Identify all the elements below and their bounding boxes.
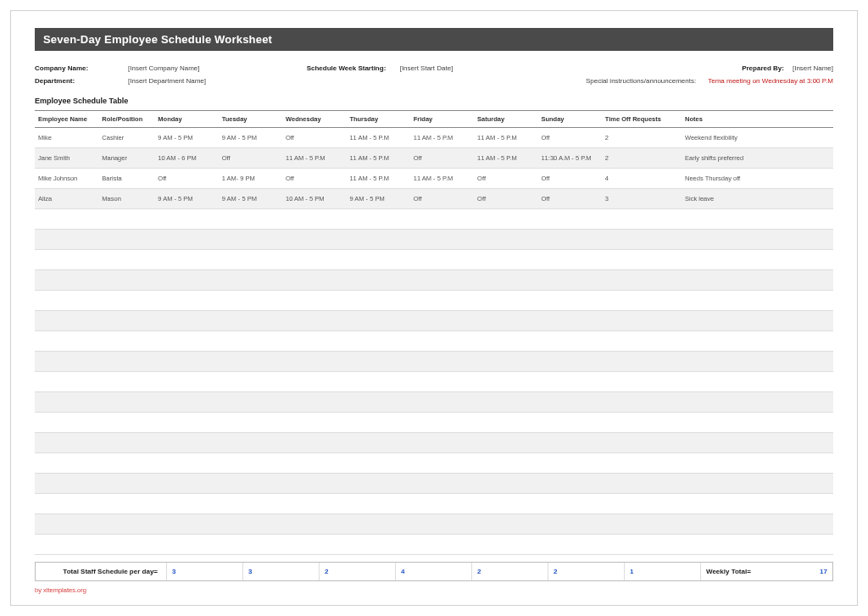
table-cell: [154, 230, 218, 250]
table-cell: [410, 230, 474, 250]
field-prepared: Prepared By: [Insert Name]: [699, 64, 833, 72]
table-cell: Off: [537, 169, 601, 189]
table-cell: [282, 270, 346, 291]
table-cell: Off: [410, 189, 474, 209]
table-cell: [602, 514, 682, 535]
table-cell: [602, 291, 682, 311]
col-header: Thursday: [346, 111, 409, 128]
field-company: Company Name: [Insert Company Name]: [35, 64, 290, 72]
table-cell: [682, 392, 833, 413]
col-header: Wednesday: [282, 111, 346, 128]
table-cell: [682, 352, 833, 372]
table-cell: [98, 230, 154, 250]
table-cell: [346, 250, 409, 270]
table-cell: [346, 331, 409, 352]
table-cell: [35, 311, 98, 331]
table-cell: [35, 474, 98, 494]
table-cell: [219, 311, 282, 331]
table-row: [35, 311, 833, 331]
totals-sat: 2: [548, 563, 625, 580]
table-cell: Off: [474, 189, 537, 209]
table-cell: [537, 311, 601, 331]
table-cell: [35, 372, 98, 392]
table-cell: [682, 433, 833, 453]
weekly-total: Weekly Total= 17: [701, 563, 832, 580]
announce-value: Tema meeting on Wednesday at 3:00 P.M: [708, 77, 833, 85]
table-cell: [410, 331, 474, 352]
table-cell: [346, 535, 409, 555]
table-cell: [602, 209, 682, 230]
table-row: [35, 535, 833, 555]
totals-label: Total Staff Schedule per day=: [36, 563, 167, 580]
table-cell: [98, 331, 154, 352]
table-cell: [537, 433, 601, 453]
table-cell: [682, 453, 833, 474]
table-cell: [474, 514, 537, 535]
table-cell: [602, 352, 682, 372]
table-cell: Needs Thursday off: [682, 169, 833, 189]
table-cell: 10 AM - 6 PM: [154, 148, 218, 169]
table-cell: Aliza: [35, 189, 98, 209]
table-cell: [282, 230, 346, 250]
table-cell: [35, 453, 98, 474]
table-cell: [282, 514, 346, 535]
table-cell: [410, 372, 474, 392]
table-cell: [282, 535, 346, 555]
table-cell: [682, 535, 833, 555]
table-cell: [219, 331, 282, 352]
table-cell: [154, 291, 218, 311]
table-cell: [98, 474, 154, 494]
table-cell: [282, 392, 346, 413]
table-cell: [537, 514, 601, 535]
table-cell: [474, 352, 537, 372]
table-cell: [282, 433, 346, 453]
totals-fri: 2: [472, 563, 548, 580]
col-header: Employee Name: [35, 111, 98, 128]
table-cell: [346, 352, 409, 372]
table-cell: 1 AM- 9 PM: [219, 169, 282, 189]
dept-value: [Insert Department Name]: [128, 77, 206, 85]
field-week: Schedule Week Starting: [Insert Start Da…: [307, 64, 562, 72]
table-cell: Off: [537, 128, 601, 148]
table-cell: [474, 209, 537, 230]
credit-line: by xltemplates.org: [35, 586, 833, 594]
table-cell: [410, 209, 474, 230]
document-frame: Seven-Day Employee Schedule Worksheet Co…: [10, 10, 858, 606]
table-cell: Barista: [98, 169, 154, 189]
table-cell: [219, 392, 282, 413]
table-cell: [154, 331, 218, 352]
dept-label: Department:: [35, 77, 120, 85]
field-announcements: Special instructions/announcements: Tema…: [586, 77, 833, 85]
table-cell: [474, 413, 537, 433]
table-row: Mike JohnsonBaristaOff1 AM- 9 PMOff11 AM…: [35, 169, 833, 189]
table-cell: [474, 535, 537, 555]
table-cell: Off: [474, 169, 537, 189]
table-cell: [682, 494, 833, 514]
table-cell: [98, 209, 154, 230]
table-cell: Early shifts preferred: [682, 148, 833, 169]
table-cell: [410, 392, 474, 413]
table-cell: [346, 311, 409, 331]
table-cell: [682, 209, 833, 230]
table-cell: [537, 494, 601, 514]
table-cell: 4: [602, 169, 682, 189]
table-cell: [219, 230, 282, 250]
table-cell: [537, 372, 601, 392]
col-header: Tuesday: [219, 111, 282, 128]
table-cell: [682, 230, 833, 250]
col-header: Saturday: [474, 111, 537, 128]
table-cell: [154, 392, 218, 413]
table-cell: [474, 474, 537, 494]
prepared-value: [Insert Name]: [793, 64, 833, 72]
table-cell: [602, 250, 682, 270]
table-cell: Mason: [98, 189, 154, 209]
col-header: Friday: [410, 111, 474, 128]
table-cell: [410, 291, 474, 311]
table-cell: [98, 372, 154, 392]
table-cell: [35, 514, 98, 535]
table-cell: [346, 453, 409, 474]
prepared-label: Prepared By:: [699, 64, 784, 72]
table-cell: [346, 372, 409, 392]
table-cell: [346, 230, 409, 250]
table-cell: [98, 535, 154, 555]
